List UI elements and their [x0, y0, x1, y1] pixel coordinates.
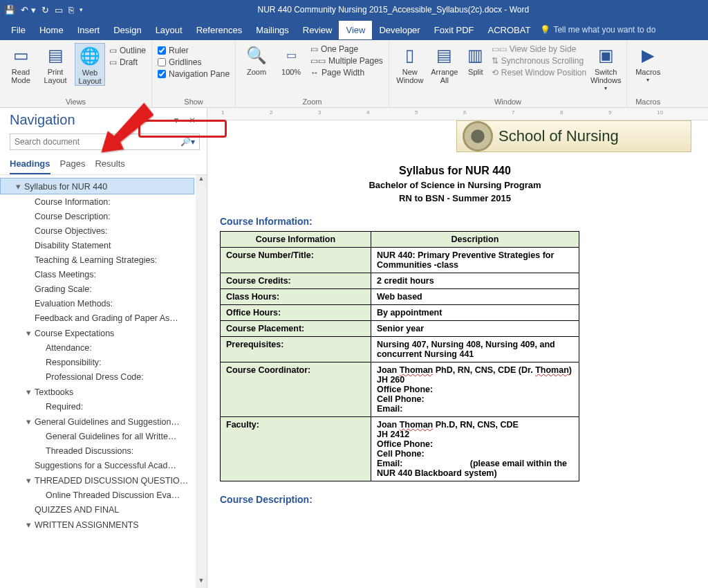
navigation-pane-checkbox[interactable]: Navigation Pane: [158, 69, 230, 79]
nav-tab-results[interactable]: Results: [95, 158, 124, 174]
banner-school-of-nursing: School of Nursing: [456, 120, 691, 152]
read-mode-button[interactable]: ▭Read Mode: [6, 43, 36, 84]
new-window-button[interactable]: ▯New Window: [395, 43, 425, 84]
seal-icon: [463, 121, 493, 151]
nav-scrollbar[interactable]: ▲ ▼: [196, 175, 207, 588]
tree-item[interactable]: ▾Course Expectations: [0, 325, 194, 340]
group-window: ▯New Window ▤Arrange All ▥Split ▭▭ View …: [389, 40, 627, 107]
save-icon[interactable]: 💾: [4, 5, 15, 15]
tree-item[interactable]: ▾Syllabus for NUR 440: [0, 178, 194, 194]
arrange-icon: ▤: [436, 44, 452, 66]
page-width-button[interactable]: ↔ Page Width: [310, 68, 383, 77]
view-side-by-side-button[interactable]: ▭▭ View Side by Side: [492, 44, 586, 54]
tab-developer[interactable]: Developer: [372, 21, 427, 39]
navigation-close-icon[interactable]: ✕: [185, 116, 200, 125]
draft-button[interactable]: ▭ Draft: [109, 57, 146, 67]
tell-me-search[interactable]: 💡Tell me what you want to do: [540, 25, 655, 35]
document-area[interactable]: 12345678910 School of Nursing Syllabus f…: [207, 108, 708, 588]
tab-insert[interactable]: Insert: [71, 21, 107, 39]
tree-item[interactable]: Grading Scale:: [0, 282, 194, 296]
tab-layout[interactable]: Layout: [149, 21, 189, 39]
tree-item[interactable]: Attendance:: [0, 340, 194, 355]
tree-item[interactable]: Course Objectives:: [0, 223, 194, 238]
navigation-search[interactable]: 🔎▾: [10, 134, 200, 150]
tree-item[interactable]: Evaluation Methods:: [0, 296, 194, 311]
tab-mailings[interactable]: Mailings: [249, 21, 296, 39]
group-macros: ▶Macros▾ Macros: [627, 40, 669, 107]
table-row: Office Hours:By appointment: [221, 305, 579, 321]
sync-scrolling-button: ⇅ Synchronous Scrolling: [492, 56, 586, 66]
table-row: Class Hours:Web based: [221, 289, 579, 305]
tree-item[interactable]: Disability Statement: [0, 238, 194, 252]
nav-tab-headings[interactable]: Headings: [10, 158, 50, 174]
tab-references[interactable]: References: [189, 21, 249, 39]
tree-item[interactable]: General Guidelines for all Writte…: [0, 429, 194, 443]
nav-tab-pages[interactable]: Pages: [60, 158, 86, 174]
print-layout-button[interactable]: ▤Print Layout: [40, 43, 71, 84]
table-row: Course Coordinator:Joan Thoman PhD, RN, …: [221, 362, 579, 417]
tree-item[interactable]: ▾WRITTEN ASSIGNMENTS: [0, 517, 194, 532]
web-layout-icon: 🌐: [80, 45, 100, 67]
ruler-checkbox[interactable]: Ruler: [158, 46, 230, 55]
outline-button[interactable]: ▭ Outline: [109, 46, 146, 55]
web-layout-button[interactable]: 🌐Web Layout: [75, 43, 105, 86]
macros-button[interactable]: ▶Macros▾: [633, 43, 663, 84]
section-course-info: Course Information:: [220, 216, 690, 227]
multiple-pages-button[interactable]: ▭▭ Multiple Pages: [310, 56, 383, 66]
tab-view[interactable]: View: [339, 21, 372, 39]
zoom-100-button[interactable]: ▭100%: [276, 43, 306, 76]
tree-item[interactable]: Feedback and Grading of Paper As…: [0, 311, 194, 325]
lightbulb-icon: 💡: [540, 25, 550, 35]
tab-foxit[interactable]: Foxit PDF: [427, 21, 481, 39]
tree-item[interactable]: QUIZZES AND FINAL: [0, 502, 194, 517]
group-show: Ruler Gridlines Navigation Pane Show: [152, 40, 236, 107]
tree-item[interactable]: Threaded Discussions:: [0, 443, 194, 458]
group-label-zoom: Zoom: [241, 96, 383, 106]
table-header-b: Description: [371, 232, 579, 248]
tree-item[interactable]: Professional Dress Code:: [0, 369, 194, 384]
qat-customize-icon[interactable]: ▾: [80, 6, 83, 13]
search-input[interactable]: [10, 137, 176, 147]
tab-file[interactable]: File: [4, 21, 32, 39]
zoom-button[interactable]: 🔍Zoom: [241, 43, 272, 76]
tab-home[interactable]: Home: [32, 21, 71, 39]
navigation-dropdown-icon[interactable]: ▼: [168, 116, 185, 125]
qat-item-icon[interactable]: ⎘: [68, 5, 74, 15]
tree-item[interactable]: Required:: [0, 399, 194, 414]
tree-item[interactable]: Course Information:: [0, 194, 194, 209]
tab-design[interactable]: Design: [106, 21, 148, 39]
scroll-down-icon[interactable]: ▼: [196, 577, 207, 588]
one-page-button[interactable]: ▭ One Page: [310, 44, 383, 54]
table-row: Course Credits:2 credit hours: [221, 273, 579, 289]
switch-windows-button[interactable]: ▣Switch Windows▾: [590, 43, 621, 92]
tree-item[interactable]: Suggestions for a Successful Acad…: [0, 458, 194, 472]
qat-item-icon[interactable]: ▭: [55, 5, 63, 15]
horizontal-ruler[interactable]: 12345678910: [207, 108, 708, 120]
tree-item[interactable]: ▾General Guidelines and Suggestion…: [0, 414, 194, 429]
undo-icon[interactable]: ↶ ▾: [21, 5, 36, 15]
course-info-table: Course InformationDescription Course Num…: [220, 231, 579, 481]
tree-item[interactable]: Course Description:: [0, 209, 194, 223]
split-button[interactable]: ▥Split: [464, 43, 487, 76]
banner-text: School of Nursing: [499, 127, 619, 145]
tree-item[interactable]: Teaching & Learning Strategies:: [0, 252, 194, 267]
tree-item[interactable]: ▾THREADED DISCUSSION QUESTIO…: [0, 472, 194, 488]
tree-item[interactable]: ▾Textbooks: [0, 384, 194, 399]
tree-item[interactable]: Online Threaded Discussion Eva…: [0, 488, 194, 502]
tab-acrobat[interactable]: ACROBAT: [481, 21, 537, 39]
tree-item[interactable]: Class Meetings:: [0, 267, 194, 282]
doc-subtitle-1: Bachelor of Science in Nursing Program: [220, 180, 690, 190]
tree-item[interactable]: Responsibility:: [0, 355, 194, 369]
macros-icon: ▶: [642, 44, 654, 66]
redo-icon[interactable]: ↻: [41, 5, 49, 15]
search-icon[interactable]: 🔎▾: [176, 137, 199, 147]
gridlines-checkbox[interactable]: Gridlines: [158, 57, 230, 67]
title-bar: 💾 ↶ ▾ ↻ ▭ ⎘ ▾ NUR 440 Community Nursing …: [0, 0, 708, 19]
scroll-up-icon[interactable]: ▲: [196, 175, 207, 186]
ribbon-view: ▭Read Mode ▤Print Layout 🌐Web Layout ▭ O…: [0, 40, 708, 108]
tab-review[interactable]: Review: [296, 21, 339, 39]
table-row: Course Placement:Senior year: [221, 321, 579, 337]
arrange-all-button[interactable]: ▤Arrange All: [429, 43, 460, 84]
group-label-window: Window: [395, 96, 621, 106]
document-body[interactable]: Syllabus for NUR 440 Bachelor of Science…: [207, 152, 708, 505]
